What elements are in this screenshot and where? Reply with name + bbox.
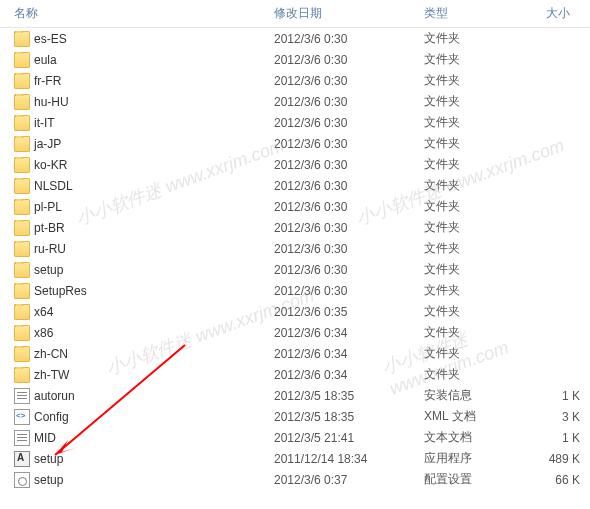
file-name: autorun <box>34 389 75 403</box>
file-name: Config <box>34 410 69 424</box>
file-name: eula <box>34 53 57 67</box>
file-row[interactable]: fr-FR2012/3/6 0:30文件夹 <box>0 70 590 91</box>
folder-icon <box>14 178 30 194</box>
file-date: 2012/3/6 0:30 <box>268 263 418 277</box>
file-date: 2012/3/6 0:30 <box>268 158 418 172</box>
header-type[interactable]: 类型 <box>418 5 540 22</box>
file-type: 文件夹 <box>418 219 540 236</box>
file-type: 文件夹 <box>418 135 540 152</box>
folder-icon <box>14 157 30 173</box>
file-row[interactable]: ru-RU2012/3/6 0:30文件夹 <box>0 238 590 259</box>
file-type: XML 文档 <box>418 408 540 425</box>
header-date[interactable]: 修改日期 <box>268 5 418 22</box>
file-name: SetupRes <box>34 284 87 298</box>
file-size: 3 K <box>540 410 590 424</box>
file-name: hu-HU <box>34 95 69 109</box>
file-type: 文件夹 <box>418 72 540 89</box>
file-row[interactable]: zh-CN2012/3/6 0:34文件夹 <box>0 343 590 364</box>
folder-icon <box>14 73 30 89</box>
folder-icon <box>14 262 30 278</box>
file-row[interactable]: x642012/3/6 0:35文件夹 <box>0 301 590 322</box>
file-type: 文件夹 <box>418 198 540 215</box>
header-size[interactable]: 大小 <box>540 5 590 22</box>
file-type: 安装信息 <box>418 387 540 404</box>
file-name: setup <box>34 452 63 466</box>
file-date: 2012/3/6 0:34 <box>268 347 418 361</box>
folder-icon <box>14 325 30 341</box>
file-row[interactable]: zh-TW2012/3/6 0:34文件夹 <box>0 364 590 385</box>
file-type: 文件夹 <box>418 156 540 173</box>
file-date: 2012/3/6 0:30 <box>268 116 418 130</box>
file-row[interactable]: Config2012/3/5 18:35XML 文档3 K <box>0 406 590 427</box>
folder-icon <box>14 304 30 320</box>
file-size: 1 K <box>540 431 590 445</box>
file-name: ru-RU <box>34 242 66 256</box>
file-row[interactable]: setup2012/3/6 0:30文件夹 <box>0 259 590 280</box>
file-list-header: 名称 修改日期 类型 大小 <box>0 0 590 28</box>
folder-icon <box>14 199 30 215</box>
txt-icon <box>14 430 30 446</box>
file-name: x64 <box>34 305 53 319</box>
exe-icon <box>14 451 30 467</box>
file-date: 2012/3/5 18:35 <box>268 410 418 424</box>
file-row[interactable]: setup2011/12/14 18:34应用程序489 K <box>0 448 590 469</box>
file-name: it-IT <box>34 116 55 130</box>
file-date: 2012/3/6 0:30 <box>268 137 418 151</box>
file-name: ko-KR <box>34 158 67 172</box>
file-row[interactable]: eula2012/3/6 0:30文件夹 <box>0 49 590 70</box>
file-row[interactable]: hu-HU2012/3/6 0:30文件夹 <box>0 91 590 112</box>
file-row[interactable]: setup2012/3/6 0:37配置设置66 K <box>0 469 590 490</box>
file-name: pl-PL <box>34 200 62 214</box>
folder-icon <box>14 94 30 110</box>
file-type: 文本文档 <box>418 429 540 446</box>
file-date: 2012/3/6 0:30 <box>268 32 418 46</box>
file-row[interactable]: pt-BR2012/3/6 0:30文件夹 <box>0 217 590 238</box>
file-date: 2012/3/6 0:30 <box>268 221 418 235</box>
file-row[interactable]: x862012/3/6 0:34文件夹 <box>0 322 590 343</box>
folder-icon <box>14 136 30 152</box>
folder-icon <box>14 367 30 383</box>
file-name: setup <box>34 263 63 277</box>
file-name: MID <box>34 431 56 445</box>
file-date: 2012/3/6 0:30 <box>268 53 418 67</box>
file-date: 2012/3/6 0:30 <box>268 179 418 193</box>
file-type: 文件夹 <box>418 366 540 383</box>
header-name[interactable]: 名称 <box>0 5 268 22</box>
file-name: pt-BR <box>34 221 65 235</box>
file-name: ja-JP <box>34 137 61 151</box>
file-date: 2012/3/6 0:34 <box>268 368 418 382</box>
file-date: 2012/3/6 0:35 <box>268 305 418 319</box>
folder-icon <box>14 52 30 68</box>
file-size: 1 K <box>540 389 590 403</box>
file-type: 应用程序 <box>418 450 540 467</box>
file-name: NLSDL <box>34 179 73 193</box>
file-row[interactable]: it-IT2012/3/6 0:30文件夹 <box>0 112 590 133</box>
file-type: 文件夹 <box>418 303 540 320</box>
file-size: 66 K <box>540 473 590 487</box>
folder-icon <box>14 115 30 131</box>
file-date: 2012/3/5 18:35 <box>268 389 418 403</box>
file-row[interactable]: SetupRes2012/3/6 0:30文件夹 <box>0 280 590 301</box>
file-date: 2012/3/6 0:30 <box>268 200 418 214</box>
file-type: 文件夹 <box>418 30 540 47</box>
file-name: x86 <box>34 326 53 340</box>
file-row[interactable]: es-ES2012/3/6 0:30文件夹 <box>0 28 590 49</box>
file-date: 2012/3/6 0:30 <box>268 95 418 109</box>
folder-icon <box>14 346 30 362</box>
file-type: 文件夹 <box>418 240 540 257</box>
file-row[interactable]: ko-KR2012/3/6 0:30文件夹 <box>0 154 590 175</box>
file-row[interactable]: autorun2012/3/5 18:35安装信息1 K <box>0 385 590 406</box>
file-date: 2012/3/6 0:30 <box>268 242 418 256</box>
file-row[interactable]: ja-JP2012/3/6 0:30文件夹 <box>0 133 590 154</box>
ini-icon <box>14 388 30 404</box>
file-name: fr-FR <box>34 74 61 88</box>
file-list: es-ES2012/3/6 0:30文件夹eula2012/3/6 0:30文件… <box>0 28 590 490</box>
file-size: 489 K <box>540 452 590 466</box>
file-row[interactable]: pl-PL2012/3/6 0:30文件夹 <box>0 196 590 217</box>
file-name: zh-CN <box>34 347 68 361</box>
file-type: 文件夹 <box>418 261 540 278</box>
file-type: 配置设置 <box>418 471 540 488</box>
file-row[interactable]: MID2012/3/5 21:41文本文档1 K <box>0 427 590 448</box>
file-row[interactable]: NLSDL2012/3/6 0:30文件夹 <box>0 175 590 196</box>
folder-icon <box>14 283 30 299</box>
